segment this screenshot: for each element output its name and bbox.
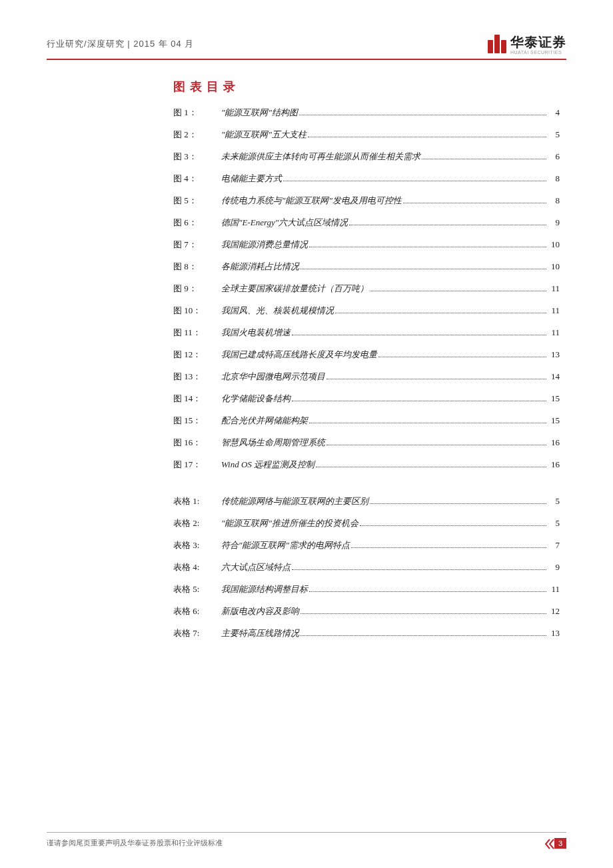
toc-leader-dots [309, 423, 546, 423]
page-container: 行业研究/深度研究 | 2015 年 04 月 华泰证券 HUATAI SECU… [0, 0, 613, 868]
toc-page-number: 5 [548, 496, 560, 507]
toc-label: 图 10： [173, 305, 221, 317]
toc-label: 图 11： [173, 327, 221, 339]
toc-page-number: 16 [548, 459, 560, 470]
figure-toc-entry[interactable]: 图 10：我国风、光、核装机规模情况11 [173, 305, 560, 317]
figure-toc-entry[interactable]: 图 7：我国能源消费总量情况10 [173, 239, 560, 251]
page-footer: 谨请参阅尾页重要声明及华泰证券股票和行业评级标准 3 [0, 832, 613, 848]
section-title: 图表目录 [173, 79, 560, 95]
toc-page-number: 10 [548, 239, 560, 250]
toc-page-number: 11 [548, 283, 560, 294]
toc-label: 图 1： [173, 107, 221, 119]
toc-page-number: 7 [548, 540, 560, 551]
toc-title: 六大试点区域特点 [221, 561, 291, 573]
table-toc-entry[interactable]: 表格 1:传统能源网络与能源互联网的主要区别5 [173, 495, 560, 507]
breadcrumb: 行业研究/深度研究 | 2015 年 04 月 [47, 38, 194, 50]
toc-title: 我国能源消费总量情况 [221, 239, 308, 251]
toc-label: 表格 4: [173, 561, 221, 573]
figure-toc-entry[interactable]: 图 1："能源互联网"结构图4 [173, 107, 560, 119]
figure-toc-entry[interactable]: 图 13：北京华中园微电网示范项目14 [173, 371, 560, 383]
toc-label: 图 6： [173, 217, 221, 229]
toc-page-number: 5 [548, 129, 560, 140]
footer-row: 谨请参阅尾页重要声明及华泰证券股票和行业评级标准 3 [47, 838, 566, 848]
figure-toc-entry[interactable]: 图 15：配合光伏并网储能构架15 [173, 415, 560, 427]
toc-title: 未来能源供应主体转向可再生能源从而催生相关需求 [221, 151, 420, 163]
toc-title: 各能源消耗占比情况 [221, 261, 299, 273]
toc-label: 表格 3: [173, 539, 221, 551]
brand-text-block: 华泰证券 HUATAI SECURITIES [510, 33, 566, 55]
figure-toc-entry[interactable]: 图 8：各能源消耗占比情况10 [173, 261, 560, 273]
toc-title: 我国已建成特高压线路长度及年均发电量 [221, 349, 377, 361]
footer-disclaimer: 谨请参阅尾页重要声明及华泰证券股票和行业评级标准 [47, 838, 223, 848]
toc-title: 全球主要国家碳排放量统计（百万吨） [221, 283, 368, 295]
toc-leader-dots [309, 591, 546, 592]
toc-leader-dots [335, 313, 546, 313]
toc-label: 图 13： [173, 371, 221, 383]
figure-toc-entry[interactable]: 图 5：传统电力系统与"能源互联网"发电及用电可控性8 [173, 195, 560, 207]
toc-leader-dots [378, 357, 546, 357]
figure-toc-entry[interactable]: 图 16：智慧风场生命周期管理系统16 [173, 437, 560, 449]
footer-rule [47, 832, 566, 833]
figure-toc-entry[interactable]: 图 9：全球主要国家碳排放量统计（百万吨）11 [173, 283, 560, 295]
toc-title: 德国"E-Energy"六大试点区域情况 [221, 217, 348, 229]
toc-leader-dots [292, 335, 546, 335]
toc-page-number: 4 [548, 107, 560, 118]
toc-title: 主要特高压线路情况 [221, 627, 299, 639]
toc-leader-dots [403, 203, 546, 203]
table-toc-entry[interactable]: 表格 7:主要特高压线路情况13 [173, 627, 560, 639]
page-number-value: 3 [554, 838, 566, 849]
toc-page-number: 11 [548, 327, 560, 338]
toc-leader-dots [309, 247, 546, 247]
toc-page-number: 9 [548, 562, 560, 573]
toc-page-number: 12 [548, 606, 560, 617]
toc-leader-dots [326, 445, 546, 445]
toc-label: 表格 1: [173, 495, 221, 507]
toc-leader-dots [316, 467, 546, 467]
toc-page-number: 8 [548, 195, 560, 206]
toc-label: 图 4： [173, 173, 221, 185]
table-toc-entry[interactable]: 表格 5:我国能源结构调整目标11 [173, 583, 560, 595]
toc-leader-dots [292, 401, 546, 401]
toc-label: 图 15： [173, 415, 221, 427]
figure-toc-entry[interactable]: 图 2："能源互联网"五大支柱5 [173, 129, 560, 141]
toc-leader-dots [301, 613, 546, 614]
brand-logo: 华泰证券 HUATAI SECURITIES [488, 33, 566, 55]
toc-leader-dots [301, 635, 546, 636]
toc-leader-dots [370, 291, 546, 291]
toc-label: 图 14： [173, 393, 221, 405]
toc-page-number: 16 [548, 437, 560, 448]
figure-toc-entry[interactable]: 图 3：未来能源供应主体转向可再生能源从而催生相关需求6 [173, 151, 560, 163]
logo-mark-icon [488, 35, 506, 53]
toc-title: 传统能源网络与能源互联网的主要区别 [221, 495, 368, 507]
toc-leader-dots [351, 547, 546, 548]
page-header: 行业研究/深度研究 | 2015 年 04 月 华泰证券 HUATAI SECU… [47, 33, 566, 55]
toc-page-number: 15 [548, 393, 560, 404]
figure-toc-entry[interactable]: 图 17：Wind OS 远程监测及控制16 [173, 459, 560, 471]
figure-toc-entry[interactable]: 图 11：我国火电装机增速11 [173, 327, 560, 339]
toc-title: 新版电改内容及影响 [221, 605, 299, 617]
toc-leader-dots [326, 379, 546, 379]
footer-page-number: 3 [540, 839, 566, 847]
section-gap [173, 481, 560, 495]
table-toc-entry[interactable]: 表格 3:符合"能源互联网"需求的电网特点7 [173, 539, 560, 551]
content-area: 图表目录 图 1："能源互联网"结构图4图 2："能源互联网"五大支柱5图 3：… [173, 79, 560, 639]
figure-toc-entry[interactable]: 图 14：化学储能设备结构15 [173, 393, 560, 405]
toc-title: 北京华中园微电网示范项目 [221, 371, 325, 383]
figure-toc-entry[interactable]: 图 6：德国"E-Energy"六大试点区域情况9 [173, 217, 560, 229]
toc-page-number: 11 [548, 584, 560, 595]
table-toc-entry[interactable]: 表格 6:新版电改内容及影响12 [173, 605, 560, 617]
figure-toc-entry[interactable]: 图 4：电储能主要方式8 [173, 173, 560, 185]
toc-page-number: 10 [548, 261, 560, 272]
toc-title: 符合"能源互联网"需求的电网特点 [221, 539, 350, 551]
toc-title: 我国火电装机增速 [221, 327, 291, 339]
toc-title: "能源互联网"结构图 [221, 107, 298, 119]
toc-label: 图 5： [173, 195, 221, 207]
toc-label: 图 12： [173, 349, 221, 361]
toc-label: 表格 2: [173, 517, 221, 529]
toc-leader-dots [308, 137, 546, 137]
figure-toc-entry[interactable]: 图 12：我国已建成特高压线路长度及年均发电量13 [173, 349, 560, 361]
table-toc-entry[interactable]: 表格 4:六大试点区域特点9 [173, 561, 560, 573]
toc-title: 智慧风场生命周期管理系统 [221, 437, 325, 449]
table-toc-entry[interactable]: 表格 2:"能源互联网"推进所催生的投资机会5 [173, 517, 560, 529]
toc-leader-dots [299, 115, 546, 115]
